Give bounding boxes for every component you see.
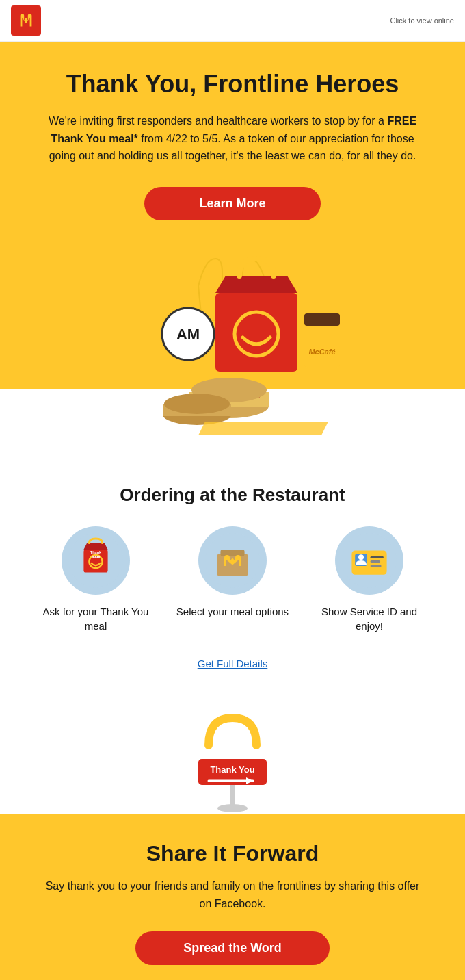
svg-rect-33	[371, 565, 382, 567]
step-3-icon	[335, 526, 403, 595]
svg-text:AM: AM	[176, 326, 200, 343]
get-details-link[interactable]: Get Full Details	[198, 658, 268, 669]
mcd-logo	[11, 5, 41, 36]
svg-rect-25	[217, 554, 248, 576]
ordering-title: Ordering at the Restaurant	[27, 485, 438, 506]
svg-rect-26	[220, 550, 244, 556]
svg-point-15	[164, 394, 230, 414]
hero-title: Thank You, Frontline Heroes	[41, 69, 424, 99]
hero-section: Thank You, Frontline Heroes We're inviti…	[0, 42, 465, 245]
share-body: Say thank you to your friends and family…	[41, 877, 424, 912]
hero-body-start: We're inviting first responders and heal…	[49, 115, 387, 127]
spread-word-button[interactable]: Spread the Word	[135, 931, 330, 965]
sign-area: Thank You	[0, 691, 465, 814]
hero-body: We're inviting first responders and heal…	[41, 112, 424, 165]
svg-marker-19	[83, 543, 107, 550]
svg-point-35	[217, 804, 248, 812]
step-1-label: Ask for your Thank You meal	[34, 604, 157, 633]
svg-text:Meal: Meal	[92, 555, 101, 559]
svg-marker-3	[215, 276, 297, 293]
svg-text:Thank You: Thank You	[210, 764, 254, 775]
step-3-label: Show Service ID and enjoy!	[308, 604, 431, 633]
step-3: Show Service ID and enjoy!	[308, 526, 431, 633]
svg-text:McCafé: McCafé	[308, 348, 335, 356]
step-1-icon: Thank You Meal	[62, 526, 130, 595]
step-1: Thank You Meal Ask for your Thank You me…	[34, 526, 157, 633]
svg-rect-6	[304, 313, 340, 326]
view-online-text: Click to view online	[390, 16, 454, 25]
top-bar: Click to view online	[0, 0, 465, 42]
steps-row: Thank You Meal Ask for your Thank You me…	[27, 526, 438, 633]
meal-illustration: AM McCafé	[116, 245, 349, 437]
svg-point-30	[358, 554, 364, 560]
svg-text:Thank: Thank	[90, 550, 102, 554]
step-2-label: Select your meal options	[176, 604, 289, 619]
svg-marker-16	[198, 422, 328, 435]
ordering-section: Ordering at the Restaurant Thank	[0, 457, 465, 691]
svg-rect-2	[215, 293, 297, 372]
step-2-icon	[198, 526, 267, 595]
svg-rect-32	[371, 560, 380, 563]
svg-rect-31	[371, 556, 384, 558]
step-2: Select your meal options	[171, 526, 294, 619]
share-section: Share It Forward Say thank you to your f…	[0, 814, 465, 980]
share-title: Share It Forward	[41, 841, 424, 866]
learn-more-button[interactable]: Learn More	[144, 187, 320, 220]
